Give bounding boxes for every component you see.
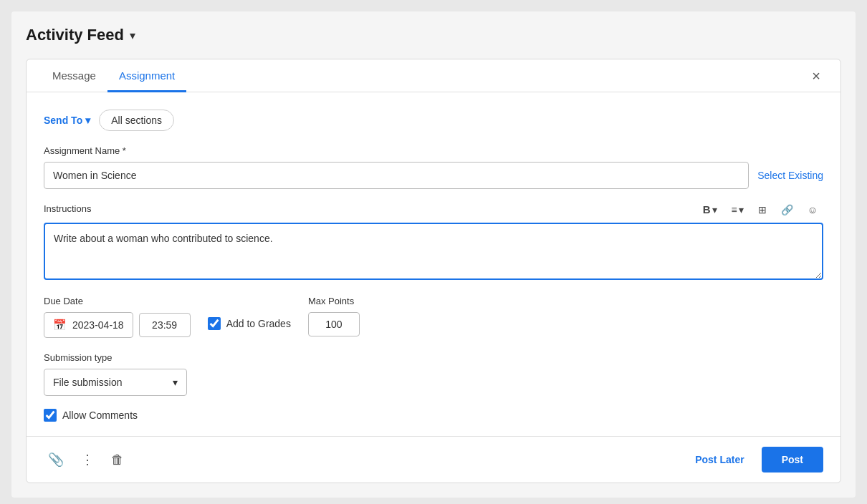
attach-button[interactable]: 📎 — [44, 449, 68, 470]
allow-comments-label: Allow Comments — [62, 410, 138, 421]
due-date-section: Due Date 📅 2023-04-18 — [44, 296, 191, 338]
send-to-row: Send To ▾ All sections — [44, 110, 823, 131]
footer-right: Post Later Post — [686, 447, 823, 472]
time-input[interactable] — [139, 313, 191, 337]
all-sections-chip[interactable]: All sections — [99, 110, 174, 131]
delete-icon: 🗑 — [111, 452, 124, 467]
emoji-icon: ☺ — [808, 204, 818, 215]
link-icon: 🔗 — [781, 204, 793, 215]
blocks-icon: ⊞ — [758, 204, 767, 215]
send-to-button[interactable]: Send To ▾ — [44, 115, 90, 126]
max-points-input[interactable] — [308, 312, 360, 336]
select-existing-button[interactable]: Select Existing — [757, 170, 823, 181]
due-date-row: Due Date 📅 2023-04-18 Add to Grades — [44, 296, 823, 338]
attach-icon: 📎 — [48, 452, 64, 467]
post-button[interactable]: Post — [762, 447, 823, 472]
date-time-row: 📅 2023-04-18 — [44, 312, 191, 338]
add-to-grades-checkbox-wrapper: Add to Grades — [208, 317, 291, 330]
calendar-icon: 📅 — [53, 319, 67, 331]
blocks-button[interactable]: ⊞ — [752, 201, 772, 218]
assignment-name-section: Assignment Name * Select Existing — [44, 145, 823, 189]
due-date-label: Due Date — [44, 296, 191, 306]
header-chevron-icon[interactable]: ▾ — [130, 29, 135, 42]
list-chevron-icon: ▾ — [739, 204, 744, 215]
add-to-grades-label: Add to Grades — [226, 318, 291, 329]
send-to-chevron-icon: ▾ — [85, 115, 90, 126]
instructions-textarea[interactable]: Write about a woman who contributed to s… — [44, 223, 823, 280]
instructions-toolbar: B ▾ ≡ ▾ ⊞ 🔗 — [697, 200, 823, 218]
list-icon: ≡ — [732, 204, 737, 215]
max-points-section: Max Points — [308, 296, 360, 336]
submission-type-label: Submission type — [44, 352, 823, 363]
main-card: Message Assignment × Send To ▾ All secti… — [26, 59, 841, 483]
allow-comments-section: Allow Comments — [44, 409, 823, 422]
post-later-button[interactable]: Post Later — [686, 448, 752, 471]
list-button[interactable]: ≡ ▾ — [726, 201, 749, 218]
bold-button[interactable]: B ▾ — [697, 200, 723, 218]
assignment-name-row: Select Existing — [44, 162, 823, 189]
page-container: Activity Feed ▾ Message Assignment × Sen… — [11, 11, 856, 498]
max-points-label: Max Points — [308, 296, 360, 306]
footer-left: 📎 ⋮ 🗑 — [44, 449, 128, 470]
card-footer: 📎 ⋮ 🗑 Post Later Post — [27, 436, 840, 483]
add-to-grades-checkbox[interactable] — [208, 317, 221, 330]
submission-type-section: Submission type File submission ▾ — [44, 352, 823, 396]
more-options-button[interactable]: ⋮ — [77, 449, 98, 470]
allow-comments-checkbox[interactable] — [44, 409, 57, 422]
tab-assignment[interactable]: Assignment — [107, 59, 186, 92]
add-to-grades-section: Add to Grades — [208, 317, 291, 330]
close-button[interactable]: × — [806, 66, 826, 86]
tabs: Message Assignment — [41, 59, 186, 92]
bold-chevron-icon: ▾ — [712, 204, 717, 215]
delete-button[interactable]: 🗑 — [107, 450, 128, 470]
assignment-name-label: Assignment Name * — [44, 145, 823, 156]
emoji-button[interactable]: ☺ — [802, 201, 823, 218]
card-header: Message Assignment × — [27, 59, 840, 92]
date-input-wrapper[interactable]: 📅 2023-04-18 — [44, 312, 133, 338]
link-button[interactable]: 🔗 — [775, 201, 799, 218]
tab-message[interactable]: Message — [41, 59, 107, 92]
activity-feed-header: Activity Feed ▾ — [26, 26, 841, 44]
instructions-section: Instructions B ▾ ≡ ▾ ⊞ — [44, 200, 823, 283]
date-value: 2023-04-18 — [72, 319, 124, 331]
submission-type-value: File submission — [53, 377, 122, 388]
page-title: Activity Feed — [26, 26, 124, 44]
submission-type-dropdown[interactable]: File submission ▾ — [44, 369, 187, 396]
bold-icon: B — [703, 203, 711, 215]
assignment-name-input[interactable] — [44, 162, 749, 189]
card-body: Send To ▾ All sections Assignment Name *… — [27, 92, 840, 436]
submission-type-chevron-icon: ▾ — [173, 377, 178, 388]
instructions-label-row: Instructions B ▾ ≡ ▾ ⊞ — [44, 200, 823, 223]
more-icon: ⋮ — [81, 452, 94, 467]
instructions-label: Instructions — [44, 203, 91, 214]
